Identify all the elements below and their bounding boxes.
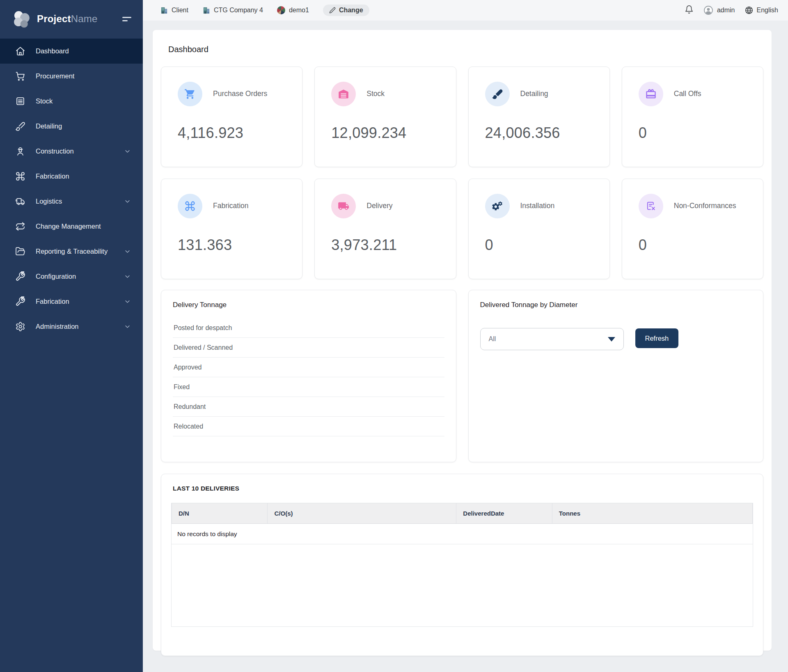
sidebar-collapse-icon[interactable]: [122, 17, 132, 21]
sidebar-item-dashboard[interactable]: Dashboard: [0, 39, 143, 64]
repeat-arrows-icon: [15, 221, 26, 232]
command-icon: [15, 171, 26, 182]
empty-table-message: No records to display: [172, 524, 753, 544]
sidebar-item-detailing[interactable]: Detailing: [0, 114, 143, 139]
stat-card-non-conformances: Non-Conformances 0: [622, 179, 763, 279]
home-icon: [15, 46, 26, 57]
warehouse-icon: [331, 82, 356, 106]
gears-icon: [485, 194, 510, 218]
refresh-button[interactable]: Refresh: [635, 328, 679, 348]
column-header-cos[interactable]: C/O(s): [268, 503, 456, 524]
column-header-delivereddate[interactable]: DeliveredDate: [456, 503, 552, 524]
stat-label: Fabrication: [213, 201, 249, 211]
stat-card-call-offs: Call Offs 0: [622, 67, 763, 167]
shopping-cart-icon: [15, 71, 26, 82]
stat-value: 0: [639, 236, 751, 254]
sidebar-item-procurement[interactable]: Procurement: [0, 64, 143, 89]
stat-card-stock: Stock 12,099.234: [314, 67, 456, 167]
list-item[interactable]: Posted for despatch: [173, 318, 444, 338]
cart-icon: [178, 82, 202, 106]
deliveries-table: D/N C/O(s) DeliveredDate Tonnes No recor…: [171, 503, 753, 627]
company-label: CTG Company 4: [214, 7, 263, 14]
panel-title: Delivery Tonnage: [173, 301, 444, 309]
sidebar-item-label: Fabrication: [36, 298, 124, 305]
column-header-dn[interactable]: D/N: [172, 503, 268, 524]
chevron-down-icon: [124, 298, 131, 305]
stat-value: 3,973.211: [331, 236, 443, 254]
language-selector[interactable]: English: [745, 6, 778, 14]
stat-value: 0: [639, 124, 751, 142]
gift-icon: [639, 82, 663, 106]
company-selector[interactable]: CTG Company 4: [202, 7, 263, 14]
warehouse-icon: [15, 96, 26, 107]
sidebar-item-logistics[interactable]: Logistics: [0, 189, 143, 214]
sidebar-item-label: Change Management: [36, 222, 131, 230]
sidebar-item-label: Stock: [36, 97, 131, 105]
last-deliveries-title: LAST 10 DELIVERIES: [173, 485, 753, 492]
sidebar-item-construction[interactable]: Construction: [0, 139, 143, 164]
sidebar-nav: Dashboard Procurement Stock Detailing Co…: [0, 39, 143, 339]
sidebar-item-fabrication-2[interactable]: Fabrication: [0, 289, 143, 314]
client-selector[interactable]: Client: [160, 7, 188, 14]
truck-icon: [331, 194, 356, 218]
brand-logo-icon: [12, 9, 31, 28]
notifications-bell-icon[interactable]: [685, 5, 694, 16]
tonnage-by-diameter-panel: Delivered Tonnage by Diameter All Refres…: [468, 290, 764, 462]
building-icon: [160, 7, 168, 14]
client-label: Client: [172, 7, 188, 14]
sidebar-item-label: Fabrication: [36, 172, 131, 180]
sidebar-item-label: Administration: [36, 323, 124, 330]
sidebar-item-label: Procurement: [36, 72, 131, 80]
document-x-icon: [639, 194, 663, 218]
brand: ProjectName: [0, 0, 143, 38]
list-item[interactable]: Relocated: [173, 417, 444, 436]
change-button[interactable]: Change: [323, 5, 369, 16]
construction-worker-icon: [15, 146, 26, 157]
stat-value: 4,116.923: [178, 124, 290, 142]
stat-value: 0: [485, 236, 597, 254]
project-label: demo1: [289, 7, 309, 14]
list-item[interactable]: Approved: [173, 358, 444, 377]
tools-icon: [15, 296, 26, 307]
column-header-tonnes[interactable]: Tonnes: [552, 503, 752, 524]
diameter-filter-value: All: [489, 335, 496, 343]
stat-label: Call Offs: [674, 89, 701, 99]
list-item[interactable]: Fixed: [173, 377, 444, 397]
chevron-down-icon: [124, 148, 131, 154]
list-item[interactable]: Delivered / Scanned: [173, 338, 444, 358]
tools-icon: [15, 271, 26, 282]
sidebar-item-change-management[interactable]: Change Management: [0, 214, 143, 239]
sidebar-item-administration[interactable]: Administration: [0, 314, 143, 339]
list-item[interactable]: Redundant: [173, 397, 444, 417]
truck-icon: [15, 196, 26, 207]
project-selector[interactable]: demo1: [277, 6, 309, 14]
page-title: Dashboard: [168, 45, 763, 54]
sidebar-item-reporting-traceability[interactable]: Reporting & Traceability: [0, 239, 143, 264]
diameter-filter-select[interactable]: All: [480, 328, 624, 350]
sidebar-item-fabrication[interactable]: Fabrication: [0, 164, 143, 189]
brand-name: ProjectName: [37, 13, 122, 25]
folder-open-icon: [15, 246, 26, 257]
sidebar-item-label: Reporting & Traceability: [36, 248, 124, 255]
stat-label: Stock: [367, 89, 385, 99]
sidebar-item-stock[interactable]: Stock: [0, 89, 143, 114]
paintbrush-icon: [485, 82, 510, 106]
language-label: English: [757, 7, 778, 14]
sidebar-item-label: Configuration: [36, 273, 124, 280]
stat-card-delivery: Delivery 3,973.211: [314, 179, 456, 279]
stat-card-purchase-orders: Purchase Orders 4,116.923: [161, 67, 302, 167]
table-header-row: D/N C/O(s) DeliveredDate Tonnes: [172, 503, 753, 524]
stat-label: Purchase Orders: [213, 89, 267, 99]
sidebar-item-label: Dashboard: [36, 47, 131, 55]
dashboard-container: Dashboard Purchase Orders 4,116.923: [153, 30, 772, 651]
sidebar-item-configuration[interactable]: Configuration: [0, 264, 143, 289]
select-caret-icon: [608, 337, 615, 342]
sidebar-item-label: Logistics: [36, 197, 124, 205]
user-label: admin: [717, 7, 735, 14]
chevron-down-icon: [124, 323, 131, 330]
stats-grid: Purchase Orders 4,116.923 Stock 12,099.2…: [161, 67, 763, 279]
user-menu[interactable]: admin: [703, 5, 735, 15]
project-icon: [277, 6, 285, 14]
stat-label: Delivery: [367, 201, 392, 211]
chevron-down-icon: [124, 198, 131, 204]
